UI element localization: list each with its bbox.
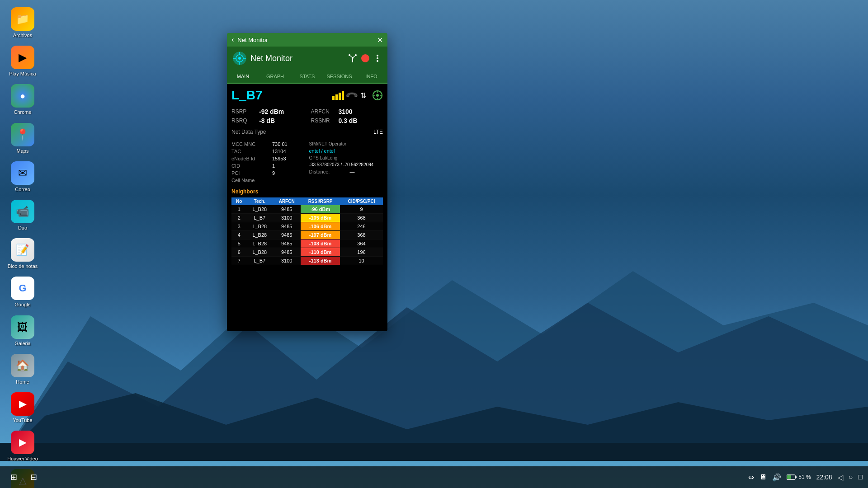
col-cid: CID/PSC/PCI <box>340 197 383 205</box>
net-data-type-row: Net Data Type LTE <box>231 129 383 135</box>
pci-value: 9 <box>272 170 275 176</box>
back-button[interactable]: ‹ <box>231 36 234 44</box>
gps-label-row: GPS Lat/Long <box>309 155 383 161</box>
antenna-icon[interactable] <box>348 53 358 63</box>
cell-name-value: — <box>272 178 277 183</box>
google-icon: G <box>11 277 34 300</box>
cell-cid: 9 <box>340 205 383 214</box>
cell-rssi: -113 dBm <box>301 257 340 265</box>
google-label: Google <box>14 302 30 308</box>
duo-label: Duo <box>18 225 27 231</box>
band-name: L_B7 <box>231 88 332 103</box>
tab-main[interactable]: MAIN <box>227 70 259 84</box>
cell-tech: L_B28 <box>246 205 273 214</box>
arfcn-row: ARFCN 3100 <box>311 108 383 115</box>
rssnr-row: RSSNR 0.3 dB <box>311 117 383 124</box>
tab-info[interactable]: INFO <box>355 70 387 84</box>
cid-row: CID 1 <box>231 162 306 169</box>
menu-dots-icon[interactable] <box>373 54 382 63</box>
tabs-bar: MAIN GRAPH STATS SESSIONS INFO <box>227 70 387 84</box>
neighbors-table-header: No Tech. ARFCN RSSI/RSRP CID/PSC/PCI <box>231 197 383 205</box>
cell-rssi: -96 dBm <box>301 205 340 214</box>
sidebar-item-huawei-video[interactable]: ▶ Huawei Video <box>2 428 43 465</box>
svg-point-22 <box>376 94 379 97</box>
pci-row: PCI 9 <box>231 169 306 177</box>
band-header: L_B7 📞 ⇅ <box>231 88 383 103</box>
table-row: 7L_B73100-113 dBm10 <box>231 257 383 265</box>
sim-net-value-row: entel / entel <box>309 147 383 155</box>
col-arfcn: ARFCN <box>273 197 301 205</box>
taskbar-menu-button[interactable]: ⊞ <box>5 469 22 485</box>
phone-icon: 📞 <box>344 88 359 102</box>
tac-row: TAC 13104 <box>231 148 306 155</box>
net-data-type-value: LTE <box>373 129 383 135</box>
svg-rect-29 <box>787 475 791 479</box>
taskbar-back-nav-icon[interactable]: ◁ <box>838 473 843 482</box>
sidebar-item-play-musica[interactable]: ▶ Play Música <box>2 43 43 80</box>
sidebar-item-bloc-notas[interactable]: 📝 Bloc de notas <box>2 235 43 272</box>
taskbar: ⊞ ⊟ ⇔ 🖥 🔊 51 % 22:08 ◁ ○ □ <box>0 466 868 488</box>
cell-no: 5 <box>231 239 246 248</box>
detail-section: MCC MNC 730 01 TAC 13104 eNodeB Id 15953… <box>231 141 383 184</box>
sim-net-value: entel / entel <box>309 148 335 154</box>
galeria-icon: 🖼 <box>11 315 34 339</box>
taskbar-app-button[interactable]: ⊟ <box>25 469 42 485</box>
sidebar-item-duo[interactable]: 📹 Duo <box>2 197 43 234</box>
taskbar-recents-nav-icon[interactable]: □ <box>858 473 863 481</box>
cell-arfcn: 9485 <box>273 231 301 239</box>
play-musica-label: Play Música <box>9 71 36 77</box>
sidebar-item-maps[interactable]: 📍 Maps <box>2 120 43 157</box>
youtube-icon: ▶ <box>11 392 34 416</box>
cell-rssi: -106 dBm <box>301 222 340 231</box>
cell-tech: L_B28 <box>246 239 273 248</box>
tab-stats[interactable]: STATS <box>291 70 323 84</box>
taskbar-home-nav-icon[interactable]: ○ <box>849 473 853 481</box>
band-status-icons: 📞 ⇅ <box>332 90 383 101</box>
arfcn-value: 3100 <box>339 108 353 115</box>
app-header: Net Monitor <box>227 47 387 70</box>
svg-text:⇅: ⇅ <box>360 92 366 99</box>
mcc-mnc-value: 730 01 <box>272 141 288 147</box>
tab-graph[interactable]: GRAPH <box>259 70 291 84</box>
cell-no: 3 <box>231 222 246 231</box>
mcc-mnc-row: MCC MNC 730 01 <box>231 141 306 148</box>
neighbors-label: Neighbors <box>231 188 383 195</box>
chrome-label: Chrome <box>14 109 31 115</box>
home-label: Home <box>16 379 29 385</box>
cell-tech: L_B28 <box>246 231 273 239</box>
neighbors-table-body: 1L_B289485-96 dBm92L_B73100-105 dBm3683L… <box>231 205 383 265</box>
sidebar-item-google[interactable]: G Google <box>2 274 43 310</box>
sidebar-item-youtube[interactable]: ▶ YouTube <box>2 389 43 426</box>
table-row: 1L_B289485-96 dBm9 <box>231 205 383 214</box>
cid-value: 1 <box>272 163 275 169</box>
taskbar-left: ⊞ ⊟ <box>5 469 42 485</box>
sidebar-item-home[interactable]: 🏠 Home <box>2 351 43 388</box>
tab-sessions[interactable]: SESSIONS <box>323 70 355 84</box>
signal-metrics: RSRP -92 dBm ARFCN 3100 RSRQ -8 dB RSSNR… <box>231 108 383 124</box>
svg-point-19 <box>377 60 378 62</box>
enodeb-label: eNodeB Id <box>231 156 272 161</box>
mcc-mnc-label: MCC MNC <box>231 141 272 147</box>
sidebar-item-galeria[interactable]: 🖼 Galeria <box>2 313 43 349</box>
app-logo-icon <box>232 51 247 66</box>
galeria-label: Galeria <box>14 341 30 347</box>
net-monitor-window: ‹ Net Monitor ✕ Net Monitor <box>227 33 387 331</box>
duo-icon: 📹 <box>11 200 34 223</box>
cell-rssi: -105 dBm <box>301 214 340 222</box>
table-row: 4L_B289485-107 dBm368 <box>231 231 383 239</box>
cell-name-row: Cell Name — <box>231 177 306 184</box>
record-button[interactable] <box>361 54 369 62</box>
taskbar-battery: 51 % <box>787 474 811 480</box>
cell-no: 1 <box>231 205 246 214</box>
cell-name-label: Cell Name <box>231 178 272 183</box>
tac-value: 13104 <box>272 149 286 154</box>
sidebar-item-correo[interactable]: ✉ Correo <box>2 159 43 195</box>
cell-tech: L_B7 <box>246 214 273 222</box>
cell-rssi: -107 dBm <box>301 231 340 239</box>
cell-tech: L_B7 <box>246 257 273 265</box>
sidebar-item-archivos[interactable]: 📁 Archivos <box>2 5 43 41</box>
close-button[interactable]: ✕ <box>377 36 383 44</box>
transfer-icon: ⇅ <box>359 90 369 100</box>
sidebar-item-chrome[interactable]: ● Chrome <box>2 81 43 118</box>
table-row: 5L_B289485-108 dBm364 <box>231 239 383 248</box>
